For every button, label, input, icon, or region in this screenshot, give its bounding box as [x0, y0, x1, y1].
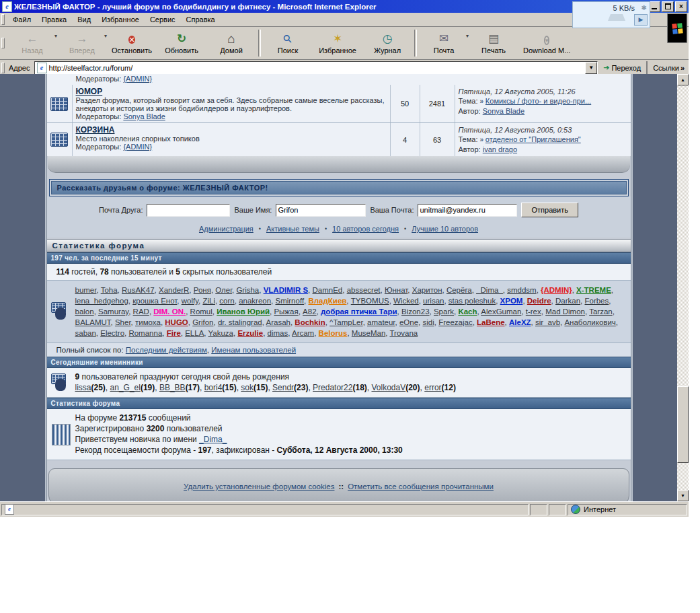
birthday-user-link[interactable]: sok [241, 383, 254, 392]
online-user-link[interactable]: Smirnoff [275, 297, 304, 305]
online-user-link[interactable]: RAD [133, 308, 149, 316]
toolbar-button-download[interactable]: ▾Download M... [519, 29, 574, 57]
send-button[interactable]: Отправить [521, 203, 578, 217]
birthday-user-link[interactable]: BB_BB [159, 383, 186, 392]
online-user-link[interactable]: ZiLi [202, 297, 215, 305]
online-user-link[interactable]: corn [219, 297, 234, 305]
footer-link[interactable]: Удалить установленные форумом cookies [184, 482, 334, 491]
online-user-link[interactable]: Tarzan [589, 308, 613, 316]
online-user-link[interactable]: Arcam [292, 329, 314, 337]
online-user-link[interactable]: DamnEd [313, 286, 343, 294]
go-button[interactable]: ➔ Переход [598, 61, 646, 75]
online-user-link[interactable]: lena_hedgehog [75, 297, 128, 305]
online-user-link[interactable]: Серёга [446, 286, 472, 294]
toolbar-button-history[interactable]: ◷Журнал [363, 29, 412, 57]
quick-link[interactable]: Администрация [199, 225, 254, 233]
inline-link[interactable]: _Dima_ [199, 435, 227, 444]
online-user-link[interactable]: Анаболикович [564, 318, 615, 326]
address-input[interactable]: e http://steelfactor.ru/forum/ ▼ [34, 61, 598, 75]
online-user-link[interactable]: wolfy [182, 297, 198, 305]
dropdown-arrow-icon[interactable]: ▾ [466, 33, 469, 39]
online-user-link[interactable]: A82 [303, 308, 316, 316]
online-user-link[interactable]: Romul [190, 308, 212, 316]
restore-button[interactable] [662, 1, 674, 12]
online-user-link[interactable]: amateur [367, 318, 395, 326]
birthday-user-link[interactable]: error [424, 383, 441, 392]
menu-item-Файл[interactable]: Файл [7, 14, 36, 25]
toolbar-button-search[interactable]: ⚲Поиск [264, 29, 312, 57]
toolbar-grip[interactable] [1, 38, 5, 48]
online-user-link[interactable]: Belorus [319, 329, 348, 337]
toolbar-button-refresh[interactable]: ↻Обновить [157, 29, 206, 57]
online-user-link[interactable]: Fire [167, 329, 181, 337]
online-user-link[interactable]: тимоха [135, 318, 161, 326]
your-name-field[interactable] [276, 204, 366, 217]
online-user-link[interactable]: abssecret [347, 286, 381, 294]
birthday-user-link[interactable]: Sendr [272, 383, 294, 392]
inline-link[interactable]: {ADMIN} [123, 75, 152, 83]
online-user-link[interactable]: balon [75, 308, 94, 316]
quick-link[interactable]: Активные темы [266, 225, 319, 233]
online-user-link[interactable]: t-rex [526, 308, 541, 316]
full-list-link[interactable]: Именам пользователей [211, 346, 296, 354]
toolbar-grip[interactable] [1, 14, 5, 25]
online-user-link[interactable]: крошка Енот [132, 297, 177, 305]
quick-link[interactable]: Лучшие 10 авторов [412, 225, 478, 233]
online-user-link[interactable]: eOne [399, 318, 418, 326]
your-email-field[interactable] [418, 204, 517, 217]
online-user-link[interactable]: Forbes [584, 297, 609, 305]
online-user-link[interactable]: Samuray [98, 308, 128, 316]
online-user-link[interactable]: Electro [100, 329, 124, 337]
online-user-link[interactable]: Arasah [266, 318, 290, 326]
quick-link[interactable]: 10 авторов сегодня [332, 225, 399, 233]
last-topic-link[interactable]: отделено от "Приглашения" [485, 135, 581, 143]
online-user-link[interactable]: Рыжая [274, 308, 298, 316]
menu-item-Справка[interactable]: Справка [181, 14, 221, 25]
online-user-link[interactable]: sidi [423, 318, 434, 326]
online-user-link[interactable]: VLADIMIR S [264, 286, 308, 294]
birthday-user-link[interactable]: VolkodaV [371, 383, 405, 392]
online-user-link[interactable]: X-TREME [576, 286, 611, 294]
online-user-link[interactable]: RusAK47 [122, 286, 155, 294]
online-user-link[interactable]: saban [75, 329, 96, 337]
full-list-link[interactable]: Последним действиям [126, 346, 207, 354]
last-author-link[interactable]: Sonya Blade [483, 107, 524, 115]
online-user-link[interactable]: dimas [268, 329, 288, 337]
toolbar-button-forward[interactable]: →Вперед▾ [58, 29, 106, 57]
online-user-link[interactable]: ВладКиев [308, 297, 346, 305]
online-user-link[interactable]: {ADMIN} [541, 286, 572, 294]
online-user-link[interactable]: BALAMUT [75, 318, 111, 326]
online-user-link[interactable]: Роня [194, 286, 211, 294]
online-user-link[interactable]: Харитон [412, 286, 442, 294]
online-user-link[interactable]: TYBOMUS [351, 297, 389, 305]
scrollbar-thumb[interactable] [677, 386, 689, 463]
scroll-down-button[interactable]: ▼ [677, 490, 689, 501]
online-user-link[interactable]: urisan [423, 297, 444, 305]
online-user-link[interactable]: Bochkin [295, 318, 325, 326]
scroll-up-button[interactable]: ▲ [677, 74, 689, 85]
online-user-link[interactable]: sir_avb [535, 318, 560, 326]
forum-title-link[interactable]: КОРЗИНА [76, 125, 115, 135]
toolbar-grip[interactable] [1, 63, 5, 73]
online-user-link[interactable]: LaBene [477, 318, 505, 326]
moderator-link[interactable]: Sonya Blade [123, 112, 165, 120]
birthday-user-link[interactable]: Predator22 [313, 383, 352, 392]
play-button[interactable]: ▶ [634, 14, 648, 26]
forum-title-link[interactable]: ЮМОР [76, 87, 103, 96]
online-user-link[interactable]: DIM. ON. [153, 308, 186, 316]
footer-link[interactable]: Отметить все сообщения прочитанными [348, 482, 494, 491]
vertical-scrollbar[interactable]: ▲ ▼ [677, 74, 689, 501]
online-user-link[interactable]: Grisha [236, 286, 259, 294]
online-user-link[interactable]: добрая птичка Тари [321, 308, 397, 316]
online-user-link[interactable]: Олег [215, 286, 232, 294]
online-user-link[interactable]: _Dima_ [476, 286, 503, 294]
last-topic-link[interactable]: Комиксы / фото- и видео-при... [485, 97, 591, 105]
online-user-link[interactable]: XPOM [500, 297, 523, 305]
close-button[interactable]: × [675, 1, 687, 12]
online-user-link[interactable]: MuseMan [352, 329, 386, 337]
menu-item-Правка[interactable]: Правка [36, 14, 72, 25]
online-user-link[interactable]: smddsm [507, 286, 536, 294]
moderator-link[interactable]: {ADMIN} [123, 143, 152, 151]
toolbar-button-home[interactable]: ⌂Домой [207, 29, 256, 57]
toolbar-button-favorites[interactable]: ✶Избранное [313, 29, 362, 57]
